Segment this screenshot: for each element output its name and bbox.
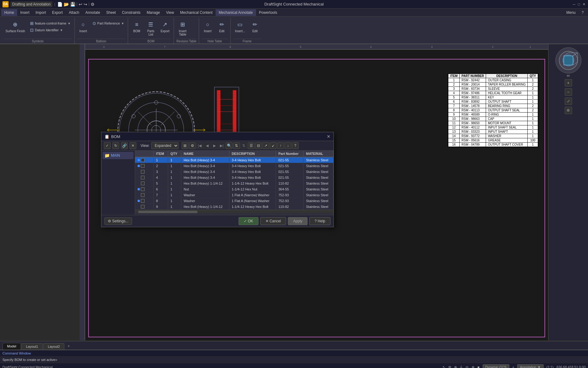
bom-row-checkbox[interactable] — [141, 158, 145, 162]
bom-export-btn[interactable]: ↗ — [262, 142, 269, 149]
menu-item-home[interactable]: Home — [1, 9, 17, 16]
datum-identifier-button[interactable]: ⊡ Datum Identifier ▼ — [29, 27, 72, 33]
menu-item-attach[interactable]: Attach — [66, 9, 82, 16]
tab-layout2[interactable]: Layout2 — [43, 343, 64, 350]
insert-balloon-button[interactable]: ○ Insert — [77, 19, 89, 34]
bom-up-btn[interactable]: ↑ — [277, 142, 284, 149]
view-cube[interactable] — [555, 47, 582, 74]
close-btn[interactable]: ✕ — [582, 2, 586, 6]
menu-item-mechanical-annotate[interactable]: Mechanical Annotate — [216, 9, 256, 16]
bom-import-btn[interactable]: ↙ — [270, 142, 277, 149]
bom-table-row[interactable]: 91Hex Bolt (Heavy) 1-1/4-121-1/4-12 Heav… — [135, 204, 334, 210]
menu-item-constraints[interactable]: Constraints — [119, 9, 144, 16]
part-reference-dropdown-icon[interactable]: ▼ — [121, 22, 124, 25]
insert-hole-button[interactable]: ○ Insert — [202, 19, 214, 34]
apply-button[interactable]: Apply — [288, 217, 307, 225]
bom-zoom-btn[interactable]: 🔍 — [226, 142, 232, 149]
bom-th-qty[interactable]: QTY — [168, 151, 181, 157]
bom-filter-btn[interactable]: ☰ — [248, 142, 254, 149]
menu-item-import[interactable]: Import — [32, 9, 49, 16]
bom-table-row[interactable]: 11Hex Bolt (Heavy) 3-43-4 Heavy Hex Bolt… — [135, 157, 334, 163]
settings-button[interactable]: ⚙ Settings... — [104, 217, 132, 225]
bom-row-checkbox[interactable] — [141, 176, 145, 179]
minimize-btn[interactable]: ─ — [573, 2, 575, 6]
dynamic-ccs-button[interactable]: Dynamic CCS — [483, 364, 509, 368]
ortho-icon[interactable]: ┼ — [460, 365, 462, 368]
export-bom-button[interactable]: ↗ Export — [159, 19, 171, 34]
polar-icon[interactable]: ◎ — [466, 365, 469, 368]
add-tab-button[interactable]: + — [65, 342, 72, 350]
undo-icon[interactable]: ↩ — [79, 2, 82, 7]
bom-row-checkbox[interactable] — [141, 187, 145, 191]
settings-view-button[interactable]: ⚙ — [565, 107, 572, 114]
bom-th-name[interactable]: NAME — [181, 151, 229, 157]
bom-table-row[interactable]: 21Hex Bolt (Heavy) 3-43-4 Heavy Hex Bolt… — [135, 163, 334, 169]
insert-frame-button[interactable]: ▭ Insert... — [233, 19, 247, 34]
feature-control-frame-dropdown-icon[interactable]: ▼ — [68, 22, 71, 25]
plus-icon[interactable]: + — [512, 365, 514, 368]
menu-item-export[interactable]: Export — [49, 9, 66, 16]
fit-view-button[interactable]: ⤢ — [565, 98, 572, 105]
save-icon[interactable]: 💾 — [70, 2, 75, 7]
feature-control-frame-button[interactable]: ⊞ feature-control-frame ▼ — [29, 20, 72, 26]
parts-list-button[interactable]: ☰ PartsList — [145, 19, 157, 37]
menu-item-mechanical-content[interactable]: Mechanical Content — [177, 9, 216, 16]
bom-sort-btn1[interactable]: ⇅ — [233, 142, 240, 149]
insert-table-button[interactable]: ⊞ InsertTable — [176, 19, 189, 37]
tab-model[interactable]: Model — [2, 343, 21, 350]
redo-icon[interactable]: ↪ — [84, 2, 87, 7]
new-icon[interactable]: 📄 — [57, 2, 62, 7]
fill-icon[interactable]: ■ — [477, 365, 480, 368]
command-input[interactable]: Specify BOM to create or set active» — [0, 357, 588, 363]
part-reference-button[interactable]: ⊙ Part Reference ▼ — [91, 20, 126, 26]
bom-tree-main[interactable]: 📁 MAIN — [103, 152, 134, 159]
open-icon[interactable]: 📂 — [64, 2, 69, 7]
bom-link-button[interactable]: 🔗 — [121, 142, 128, 149]
snap-icon[interactable]: ⊕ — [454, 365, 457, 368]
bom-close-button[interactable]: ✕ — [327, 134, 330, 139]
bom-row-checkbox[interactable] — [141, 170, 145, 174]
bom-row-checkbox[interactable] — [141, 205, 145, 209]
menu-item-help[interactable]: ? — [579, 9, 587, 16]
bom-th-desc[interactable]: DESCRIPTION — [229, 151, 276, 157]
toolbar-mode[interactable]: Drafting and Annotation — [10, 2, 52, 7]
bom-col-btn4[interactable]: ◀ — [204, 142, 210, 149]
tab-layout1[interactable]: Layout1 — [21, 343, 43, 350]
menu-item-annotate[interactable]: Annotate — [82, 9, 103, 16]
bom-button[interactable]: ≡ BOM — [130, 19, 143, 34]
menu-item-sheet[interactable]: Sheet — [103, 9, 119, 16]
bom-table-row[interactable]: 71Washer1 Flat A (Narrow) Washer752-93St… — [135, 192, 334, 198]
bom-down-btn[interactable]: ↓ — [285, 142, 291, 149]
bom-sort-btn2[interactable]: ⇅ — [240, 142, 247, 149]
bom-row-checkbox[interactable] — [141, 182, 145, 185]
bom-col-btn3[interactable]: |◀ — [196, 142, 203, 149]
bom-row-checkbox[interactable] — [141, 193, 145, 197]
menu-item-view[interactable]: View — [163, 9, 177, 16]
edit-frame-button[interactable]: ✏ Edit — [249, 19, 261, 34]
menu-item-insert[interactable]: Insert — [17, 9, 32, 16]
bom-horizontal-scrollbar[interactable] — [135, 210, 334, 213]
bom-table-row[interactable]: 81Washer1 Flat A (Narrow) Washer752-93St… — [135, 198, 334, 204]
bom-group-btn[interactable]: ⊟ — [255, 142, 262, 149]
settings-icon[interactable]: ⚙ — [91, 2, 95, 7]
bom-view-select[interactable]: Expanded Collapsed Indented — [151, 142, 179, 149]
ok-button[interactable]: ✓ OK — [239, 217, 258, 225]
bom-row-checkbox[interactable] — [141, 199, 145, 203]
bom-th-partnum[interactable]: Part Number — [276, 151, 303, 157]
cancel-button[interactable]: ✕ Cancel — [260, 217, 286, 225]
bom-table-row[interactable]: 41Hex Bolt (Heavy) 3-43-4 Heavy Hex Bolt… — [135, 175, 334, 181]
bom-table-row[interactable]: 31Hex Bolt (Heavy) 3-43-4 Heavy Hex Bolt… — [135, 169, 334, 175]
bom-table-row[interactable]: 61Nut1-1/4-12 Hex Nut364-55Stainless Ste… — [135, 186, 334, 192]
bom-help-btn2[interactable]: ? — [292, 142, 299, 149]
annotation-dropdown[interactable]: Annotation ▼ — [517, 364, 544, 368]
bom-col-btn5[interactable]: ▶ — [211, 142, 218, 149]
bom-th-item[interactable]: ITEM — [153, 151, 168, 157]
datum-identifier-dropdown-icon[interactable]: ▼ — [60, 29, 63, 32]
help-button[interactable]: ? Help — [309, 217, 330, 225]
bom-col-btn6[interactable]: ▶| — [218, 142, 225, 149]
bom-check-button[interactable]: ✓ — [104, 142, 111, 149]
bom-col-btn1[interactable]: ⊞ — [182, 142, 188, 149]
bom-table-scroll[interactable]: ITEM QTY NAME DESCRIPTION Part Number MA… — [135, 151, 334, 210]
zoom-out-button[interactable]: − — [565, 88, 572, 96]
tracking-icon[interactable]: ⊗ — [472, 365, 474, 368]
